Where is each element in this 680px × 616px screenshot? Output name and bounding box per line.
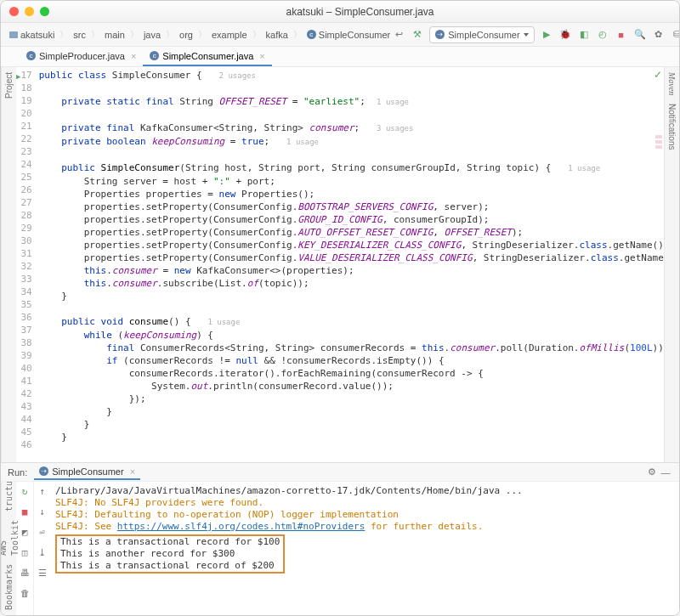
console-link[interactable]: https://www.slf4j.org/codes.html#noProvi…: [117, 521, 365, 532]
editor-tabs: cSimpleProducer.java×cSimpleConsumer.jav…: [1, 47, 679, 67]
run-label: Run:: [8, 467, 27, 478]
gear-icon[interactable]: ⚙: [645, 466, 659, 479]
profile-icon[interactable]: ◴: [596, 28, 609, 42]
bookmarks-tab[interactable]: Bookmarks: [3, 564, 15, 610]
back-icon[interactable]: ↩: [392, 28, 405, 42]
run-configuration-dropdown[interactable]: ⇢ SimpleConsumer: [429, 26, 534, 43]
project-toolwindow-tab[interactable]: Project: [4, 72, 14, 99]
close-icon[interactable]: ×: [131, 51, 136, 61]
hammer-build-icon[interactable]: ⚒: [411, 28, 424, 42]
maven-toolwindow-tab[interactable]: Maven: [667, 72, 677, 95]
run-tool-window: Run: ⇢ SimpleConsumer × ⚙ — Bookmarks AW…: [1, 462, 679, 615]
class-icon: c: [150, 51, 159, 60]
print-icon[interactable]: 🖶: [18, 567, 31, 580]
search-icon[interactable]: 🔍: [633, 28, 647, 42]
console-line: This is a transactional record of $200: [60, 560, 280, 572]
minimize-icon[interactable]: [25, 7, 34, 16]
run-console-output[interactable]: /Library/Java/JavaVirtualMachines/amazon…: [50, 482, 679, 615]
stop-icon[interactable]: ■: [18, 506, 31, 519]
console-highlight: This is a transactional record for $100 …: [55, 534, 285, 574]
console-line: This is another record for $300: [60, 548, 280, 560]
navbar-toolbar: akatsuki〉src〉main〉java〉org〉example〉kafka…: [1, 23, 679, 47]
class-icon: ⇢: [435, 30, 445, 39]
wrap-icon[interactable]: ⏎: [36, 526, 49, 540]
close-icon[interactable]: ×: [259, 51, 264, 61]
console-line: SLF4J: See https://www.slf4j.org/codes.h…: [55, 521, 674, 533]
hide-icon[interactable]: —: [659, 466, 672, 479]
run-tab-active[interactable]: ⇢ SimpleConsumer ×: [34, 465, 140, 480]
bottom-left-tool-sidebar[interactable]: Bookmarks AWS Toolkit tructure: [1, 482, 16, 615]
run-action-column-2: ↑ ↓ ⏎ ⤓ ☰: [33, 482, 50, 615]
console-line: SLF4J: Defaulting to no-operation (NOP) …: [55, 509, 674, 521]
class-icon: ⇢: [39, 466, 48, 476]
breadcrumb-item[interactable]: cSimpleConsumer: [305, 29, 392, 41]
console-line: SLF4J: No SLF4J providers were found.: [55, 497, 674, 509]
down-icon[interactable]: ↓: [36, 506, 49, 519]
left-tool-sidebar[interactable]: Project: [1, 67, 16, 462]
toolbar-actions: ↩ ⚒ ⇢ SimpleConsumer ▶ 🐞 ◧ ◴ ■ 🔍 ✿ ⛁: [392, 26, 680, 43]
chevron-down-icon: [524, 33, 529, 37]
coverage-icon[interactable]: ◧: [577, 28, 591, 42]
structure-tab[interactable]: tructure: [3, 482, 15, 511]
notifications-toolwindow-tab[interactable]: Notifications: [667, 104, 677, 150]
rerun-icon[interactable]: ↻: [18, 485, 31, 499]
class-icon: c: [26, 51, 36, 60]
breadcrumb-item[interactable]: kafka: [264, 29, 290, 41]
close-icon[interactable]: ×: [130, 466, 135, 477]
fullscreen-icon[interactable]: [40, 7, 49, 16]
close-icon[interactable]: [9, 7, 19, 16]
stop-icon[interactable]: ■: [615, 28, 628, 42]
breadcrumb-item[interactable]: java: [142, 29, 162, 41]
run-tab-label: SimpleConsumer: [52, 466, 123, 477]
filter-icon[interactable]: ☰: [36, 567, 49, 580]
line-numbers: 1718192021222324252627282930313233343536…: [20, 69, 38, 456]
settings-icon[interactable]: ✿: [652, 28, 666, 42]
console-line: This is a transactional record for $100: [60, 536, 280, 548]
run-icon[interactable]: ▶: [540, 28, 553, 42]
trash-icon[interactable]: 🗑: [18, 587, 31, 601]
editor-area[interactable]: ✓ ▶ 171819202122232425262728293031323334…: [16, 67, 664, 462]
editor-tab[interactable]: cSimpleConsumer.java×: [143, 48, 271, 66]
database-icon[interactable]: ⛁: [671, 28, 680, 42]
breadcrumb: akatsuki〉src〉main〉java〉org〉example〉kafka…: [8, 29, 392, 41]
window-title: akatsuki – SimpleConsumer.java: [49, 6, 671, 18]
breadcrumb-item[interactable]: example: [210, 29, 249, 41]
editor-error-stripe[interactable]: [654, 67, 664, 462]
run-tool-header: Run: ⇢ SimpleConsumer × ⚙ —: [1, 463, 679, 482]
scroll-icon[interactable]: ⤓: [36, 546, 49, 560]
breadcrumb-item[interactable]: main: [103, 29, 127, 41]
editor-tab[interactable]: cSimpleProducer.java×: [20, 48, 143, 66]
breadcrumb-item[interactable]: org: [178, 29, 195, 41]
code-text[interactable]: public class SimpleConsumer { 2 usages p…: [39, 69, 664, 456]
breadcrumb-item[interactable]: src: [71, 29, 88, 41]
debug-icon[interactable]: 🐞: [558, 28, 572, 42]
folder-icon: [9, 31, 18, 38]
aws-toolkit-tab[interactable]: AWS Toolkit: [1, 520, 21, 556]
run-config-label: SimpleConsumer: [448, 30, 519, 40]
up-icon[interactable]: ↑: [36, 485, 49, 499]
class-icon: c: [307, 30, 316, 39]
breadcrumb-item[interactable]: akatsuki: [8, 29, 56, 41]
console-line: /Library/Java/JavaVirtualMachines/amazon…: [55, 485, 674, 497]
window-titlebar: akatsuki – SimpleConsumer.java: [1, 1, 679, 23]
right-tool-sidebar[interactable]: Maven Notifications: [664, 67, 679, 462]
